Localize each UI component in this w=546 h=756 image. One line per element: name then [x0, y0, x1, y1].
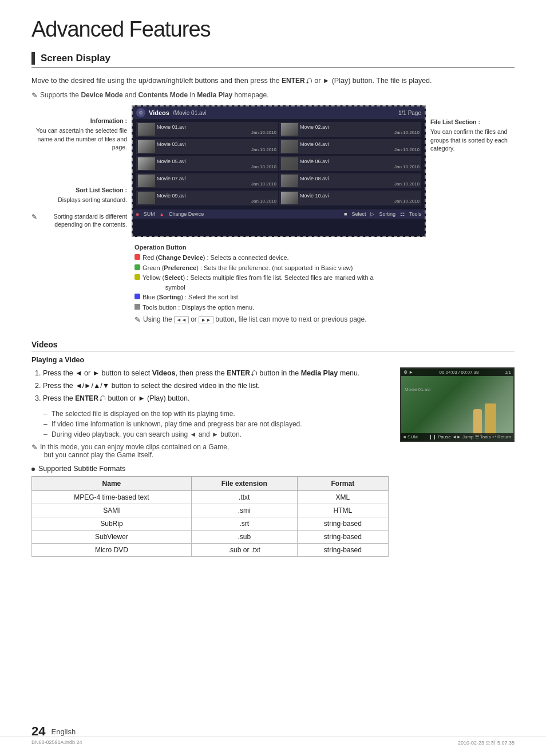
tv-file-info: Movie 10.avi Jan.10.2010: [300, 193, 420, 204]
table-cell: SAMI: [32, 504, 192, 517]
tv-file-name: Movie 08.avi: [300, 176, 420, 181]
sort-note-annotation: ✎ Sorting standard is different dependin…: [31, 212, 127, 229]
preview-page: 1/1: [505, 370, 511, 375]
table-cell: SubViewer: [32, 531, 192, 544]
tv-file-thumb: [138, 192, 155, 204]
sort-annotation: Sort List Section : Displays sorting sta…: [31, 186, 127, 204]
tv-file-list: Movie 01.avi Jan.10.2010 Movie 02.avi Ja…: [133, 119, 425, 208]
preview-footer-right: ❙❙ Pause ◄► Jump ☷ Tools ↩ Return: [429, 434, 511, 440]
op-blue-text: Blue (Sorting) : Select the sort list: [143, 292, 238, 302]
file-list-title: File List Section :: [430, 118, 515, 126]
preview-filename: Movie 01.avi: [402, 377, 433, 392]
col-header-name: Name: [32, 477, 192, 491]
tv-file-row: Movie 01.avi Jan.10.2010: [136, 122, 278, 137]
subtitle-table: Name File extension Format MPEG-4 time-b…: [31, 476, 389, 557]
info-text: You can ascertain the selected file name…: [31, 126, 127, 152]
table-cell: MPEG-4 time-based text: [32, 491, 192, 504]
tv-file-info: Movie 02.avi Jan.10.2010: [300, 124, 420, 135]
subtitle-table-body: MPEG-4 time-based text.ttxtXMLSAMI.smiHT…: [32, 491, 389, 557]
tv-file-row: Movie 03.avi Jan.10.2010: [136, 139, 278, 154]
diagram-area: Information : You can ascertain the sele…: [31, 105, 515, 237]
tv-page-info: 1/1 Page: [398, 110, 421, 116]
file-list-annotation: File List Section : You can confirm the …: [430, 118, 515, 153]
table-row: SubRip.srtstring-based: [32, 517, 389, 531]
tv-file-name: Movie 03.avi: [157, 141, 276, 147]
step-3: Press the ENTER⮏ button or ► (Play) butt…: [43, 393, 389, 404]
video-preview-column: ⚙ ► 00:04:03 / 00:07:38 1/1 Movie 01.avi…: [400, 367, 515, 557]
tv-file-thumb: [138, 175, 155, 187]
tv-file-info: Movie 07.avi Jan.10.2010: [157, 176, 276, 187]
op-yellow-line: Yellow (Select) : Selects multiple files…: [134, 273, 515, 292]
tv-file-name: Movie 10.avi: [300, 193, 420, 199]
enter-key-label: ENTER: [282, 77, 305, 85]
info-annotation: Information : You can ascertain the sele…: [31, 117, 127, 152]
col-header-format: Format: [297, 477, 388, 491]
sort-note-text: Sorting standard is different depending …: [39, 212, 127, 229]
op-tools-line: Tools button : Displays the option menu.: [134, 303, 515, 312]
game-note-text: In this mode, you can enjoy movie clips …: [40, 443, 229, 459]
op-red-line: Red (Change Device) : Selects a connecte…: [134, 253, 515, 263]
tv-footer-sorting-label: Sorting: [379, 211, 395, 217]
tv-file-name: Movie 01.avi: [157, 124, 276, 130]
screen-display-section-header: Screen Display: [31, 52, 515, 68]
tv-file-name: Movie 05.avi: [157, 159, 276, 164]
page-language: English: [51, 727, 76, 736]
op-title: Operation Button: [134, 243, 515, 252]
preview-icon: ⚙ ►: [403, 370, 413, 375]
videos-section-title: Videos: [31, 340, 515, 351]
step-1: Press the ◄ or ► button to select Videos…: [43, 367, 389, 379]
tv-gear-icon: ⚙: [136, 108, 145, 117]
tv-file-thumb: [281, 140, 298, 153]
tv-file-date: Jan.10.2010: [157, 130, 276, 135]
tv-file-row: Movie 07.avi Jan.10.2010: [136, 173, 278, 188]
tv-footer-select-icon: ■: [344, 211, 347, 217]
tv-footer-sorting-icon: ▷: [370, 211, 374, 217]
tv-file-name: Movie 02.avi: [300, 124, 420, 130]
sort-note-icon: ✎: [31, 212, 37, 222]
table-cell: string-based: [297, 544, 388, 557]
tv-file-date: Jan.10.2010: [300, 130, 420, 135]
table-cell: string-based: [297, 517, 388, 531]
step-2: Press the ◄/►/▲/▼ button to select the d…: [43, 380, 389, 391]
dash-items-list: The selected file is displayed on the to…: [31, 409, 389, 440]
left-annotations: Information : You can ascertain the sele…: [31, 105, 132, 237]
tv-footer-sum-label: SUM: [144, 211, 155, 217]
op-red-button: [134, 254, 140, 260]
note-device-contents: ✎ Supports the Device Mode and Contents …: [31, 91, 515, 100]
table-row: MPEG-4 time-based text.ttxtXML: [32, 491, 389, 504]
bottom-file-info: BN68-02591A.indb 24 2010-02-23 오전 5:07:3…: [0, 737, 546, 747]
file-left: BN68-02591A.indb 24: [31, 739, 82, 747]
preview-time: 00:04:03 / 00:07:38: [440, 370, 479, 375]
table-cell: Micro DVD: [32, 544, 192, 557]
tv-file-row: Movie 05.avi Jan.10.2010: [136, 156, 278, 171]
section-bar-accent: [31, 52, 35, 65]
tv-file-date: Jan.10.2010: [300, 164, 420, 169]
table-cell: .sub or .txt: [191, 544, 297, 557]
op-note: ✎ Using the ◄◄ or ►► button, file list c…: [134, 314, 515, 326]
op-red-text: Red (Change Device) : Selects a connecte…: [143, 253, 289, 263]
tv-file-info: Movie 04.avi Jan.10.2010: [300, 141, 420, 152]
table-cell: string-based: [297, 531, 388, 544]
table-cell: .ttxt: [191, 491, 297, 504]
tv-file-date: Jan.10.2010: [157, 181, 276, 187]
op-yellow-button: [134, 274, 140, 280]
preview-header: ⚙ ► 00:04:03 / 00:07:38 1/1: [401, 369, 513, 376]
tv-file-row: Movie 04.avi Jan.10.2010: [279, 139, 421, 154]
subtitle-section: Supported Subtitle Formats Name File ext…: [31, 465, 389, 557]
section-display-title: Screen Display: [41, 53, 110, 64]
tv-footer-tools-label: Tools: [409, 211, 421, 217]
tv-file-date: Jan.10.2010: [157, 199, 276, 204]
tv-file-info: Movie 09.avi Jan.10.2010: [157, 193, 276, 204]
tv-file-info: Movie 03.avi Jan.10.2010: [157, 141, 276, 152]
col-header-ext: File extension: [191, 477, 297, 491]
tv-file-thumb: [138, 123, 155, 136]
sort-title: Sort List Section :: [31, 186, 127, 195]
table-cell: .srt: [191, 517, 297, 531]
tv-file-thumb: [138, 140, 155, 153]
info-title: Information :: [31, 117, 127, 125]
op-note-icon: ✎: [134, 314, 141, 326]
op-green-line: Green (Preference) : Sets the file prefe…: [134, 263, 515, 273]
tv-file-row: Movie 10.avi Jan.10.2010: [279, 191, 421, 205]
tv-file-name: Movie 09.avi: [157, 193, 276, 199]
tv-file-row: Movie 08.avi Jan.10.2010: [279, 173, 421, 188]
